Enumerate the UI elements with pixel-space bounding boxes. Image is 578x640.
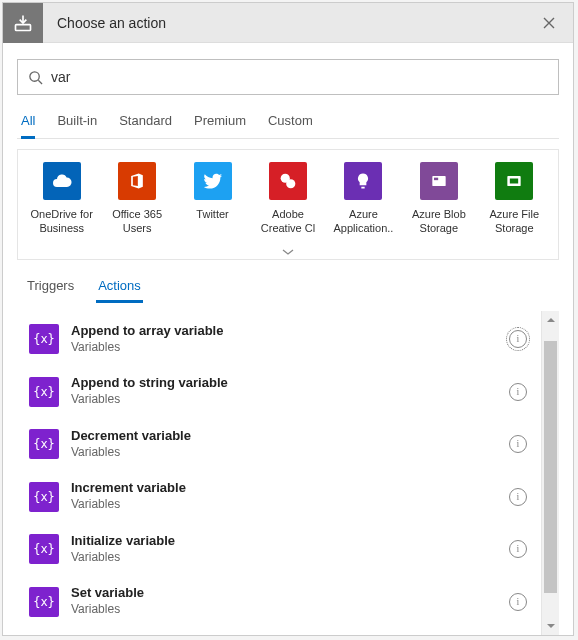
action-title: Initialize variable xyxy=(71,533,509,550)
connector-label: Azure Application.. xyxy=(328,208,398,236)
dialog-title: Choose an action xyxy=(43,15,533,31)
variables-icon: {x} xyxy=(29,377,59,407)
svg-rect-4 xyxy=(432,176,445,186)
expand-connectors-button[interactable] xyxy=(17,244,559,260)
info-icon[interactable]: i xyxy=(509,593,527,611)
scroll-up-button[interactable] xyxy=(542,311,559,329)
connector-azure-file[interactable]: Azure File Storage xyxy=(477,160,552,238)
action-subtitle: Variables xyxy=(71,392,509,408)
twitter-icon xyxy=(194,162,232,200)
chevron-down-icon xyxy=(546,622,556,630)
choose-action-dialog: Choose an action All Built-in Standard P… xyxy=(2,2,574,636)
action-subtitle: Variables xyxy=(71,497,509,513)
tab-custom[interactable]: Custom xyxy=(268,109,313,138)
action-title: Increment variable xyxy=(71,480,509,497)
office-icon xyxy=(118,162,156,200)
scrollbar[interactable] xyxy=(541,311,559,635)
variables-icon: {x} xyxy=(29,482,59,512)
category-tabs: All Built-in Standard Premium Custom xyxy=(17,109,559,139)
action-title: Append to string variable xyxy=(71,375,509,392)
action-title: Append to array variable xyxy=(71,323,509,340)
tab-all[interactable]: All xyxy=(21,109,35,138)
connector-label: Adobe Creative Cl xyxy=(253,208,323,236)
svg-rect-5 xyxy=(434,178,438,181)
svg-rect-7 xyxy=(510,179,518,184)
tab-premium[interactable]: Premium xyxy=(194,109,246,138)
variables-icon: {x} xyxy=(29,429,59,459)
action-subtitle: Variables xyxy=(71,445,509,461)
connector-label: Office 365 Users xyxy=(102,208,172,236)
scroll-track[interactable] xyxy=(542,329,559,617)
action-title: Decrement variable xyxy=(71,428,509,445)
action-set-variable[interactable]: {x} Set variable Variables i xyxy=(25,579,537,623)
variables-icon: {x} xyxy=(29,534,59,564)
close-icon xyxy=(543,17,555,29)
actions-list: {x} Append to array variable Variables i… xyxy=(17,311,541,635)
action-title: Set variable xyxy=(71,585,509,602)
tab-standard[interactable]: Standard xyxy=(119,109,172,138)
connector-office365-users[interactable]: Office 365 Users xyxy=(99,160,174,238)
blob-icon xyxy=(420,162,458,200)
action-append-array-variable[interactable]: {x} Append to array variable Variables i xyxy=(25,317,537,361)
file-storage-icon xyxy=(495,162,533,200)
info-icon[interactable]: i xyxy=(509,330,527,348)
connector-twitter[interactable]: Twitter xyxy=(175,160,250,238)
info-icon[interactable]: i xyxy=(509,488,527,506)
search-input[interactable] xyxy=(43,68,548,86)
subtab-triggers[interactable]: Triggers xyxy=(27,274,74,303)
actions-panel: {x} Append to array variable Variables i… xyxy=(17,311,559,635)
action-subtitle: Variables xyxy=(71,550,509,566)
close-button[interactable] xyxy=(533,7,565,39)
connector-label: Azure File Storage xyxy=(479,208,549,236)
variables-icon: {x} xyxy=(29,587,59,617)
connector-adobe-cc[interactable]: Adobe Creative Cl xyxy=(250,160,325,238)
tab-built-in[interactable]: Built-in xyxy=(57,109,97,138)
search-field-wrap[interactable] xyxy=(17,59,559,95)
chevron-up-icon xyxy=(546,316,556,324)
connector-azure-app-insights[interactable]: Azure Application.. xyxy=(326,160,401,238)
dialog-body: All Built-in Standard Premium Custom One… xyxy=(3,43,573,635)
info-icon[interactable]: i xyxy=(509,435,527,453)
connector-label: OneDrive for Business xyxy=(27,208,97,236)
connector-label: Azure Blob Storage xyxy=(404,208,474,236)
svg-rect-0 xyxy=(16,24,31,30)
connector-onedrive[interactable]: OneDrive for Business xyxy=(24,160,99,238)
action-subtitle: Variables xyxy=(71,340,509,356)
dialog-icon xyxy=(3,3,43,43)
search-icon xyxy=(28,70,43,85)
scroll-down-button[interactable] xyxy=(542,617,559,635)
action-append-string-variable[interactable]: {x} Append to string variable Variables … xyxy=(25,369,537,413)
info-icon[interactable]: i xyxy=(509,383,527,401)
svg-point-3 xyxy=(286,179,295,188)
scroll-thumb[interactable] xyxy=(544,341,557,593)
action-increment-variable[interactable]: {x} Increment variable Variables i xyxy=(25,474,537,518)
chevron-down-icon xyxy=(282,247,294,257)
svg-point-1 xyxy=(30,71,39,80)
info-icon[interactable]: i xyxy=(509,540,527,558)
action-decrement-variable[interactable]: {x} Decrement variable Variables i xyxy=(25,422,537,466)
variables-icon: {x} xyxy=(29,324,59,354)
connector-grid: OneDrive for Business Office 365 Users T… xyxy=(17,149,559,244)
adobe-icon xyxy=(269,162,307,200)
action-initialize-variable[interactable]: {x} Initialize variable Variables i xyxy=(25,527,537,571)
dialog-titlebar: Choose an action xyxy=(3,3,573,43)
bulb-icon xyxy=(344,162,382,200)
connector-azure-blob[interactable]: Azure Blob Storage xyxy=(401,160,476,238)
result-sub-tabs: Triggers Actions xyxy=(17,274,559,303)
action-subtitle: Variables xyxy=(71,602,509,618)
cloud-icon xyxy=(43,162,81,200)
connector-label: Twitter xyxy=(196,208,228,236)
subtab-actions[interactable]: Actions xyxy=(98,274,141,303)
